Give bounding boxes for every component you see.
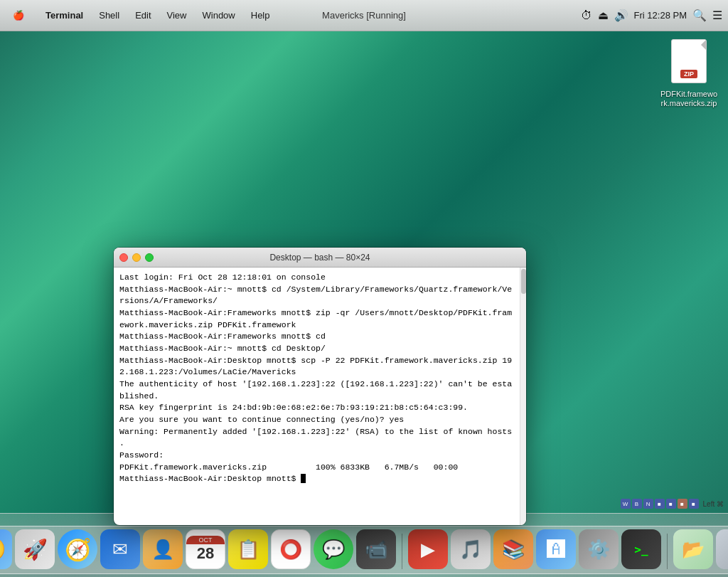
close-button[interactable] — [119, 253, 128, 262]
status-icons-group: W B N ■ ■ ■ ■ — [621, 499, 699, 509]
dock-item-itunes[interactable]: 🎵 — [451, 529, 491, 569]
ibooks-icon: 📚 — [493, 529, 533, 569]
status-icon-1: W — [621, 499, 631, 509]
terminal-title-bar: Desktop — bash — 80×24 — [114, 248, 526, 268]
calendar-icon: OCT 28 — [186, 529, 225, 569]
status-icon-5: ■ — [666, 499, 676, 509]
dock-item-contacts[interactable]: 👤 — [143, 529, 183, 569]
dock-item-reminders[interactable]: ⭕ — [271, 529, 311, 569]
dock-item-filemanager[interactable]: 📂 — [673, 529, 713, 569]
status-icon-3: N — [643, 499, 653, 509]
dock-item-trash[interactable]: 🗑 — [716, 529, 728, 569]
menu-bar-right: ⏱ ⏏ 🔊 Fri 12:28 PM 🔍 ☰ — [581, 9, 722, 22]
maximize-button[interactable] — [145, 253, 154, 262]
status-icon-6: ■ — [678, 499, 687, 509]
red-app-icon: ▶ — [408, 529, 448, 569]
appstore-icon: 🅰 — [536, 529, 576, 569]
dock-item-mail[interactable]: ✉ — [100, 529, 140, 569]
notification-icon[interactable]: ☰ — [712, 9, 722, 22]
reminders-icon: ⭕ — [271, 529, 311, 569]
dock-inner: 🙂 🚀 🧭 ✉ — [0, 526, 728, 574]
window-title: Mavericks [Running] — [322, 10, 406, 21]
traffic-lights — [119, 253, 154, 262]
menu-help[interactable]: Help — [244, 7, 277, 23]
menu-bar-left: 🍎 Terminal Shell Edit View Window Help — [6, 7, 277, 23]
dock-item-sysprefs[interactable]: ⚙️ — [579, 529, 619, 569]
sysprefs-icon: ⚙️ — [579, 529, 619, 569]
terminal-cursor — [301, 474, 306, 483]
dock-item-notes[interactable]: 📋 — [228, 529, 268, 569]
apple-menu[interactable]: 🍎 — [6, 7, 31, 23]
status-icon-7: ■ — [689, 499, 699, 509]
terminal-dock-icon: >_ — [621, 529, 661, 569]
dock-item-finder[interactable]: 🙂 — [0, 529, 12, 569]
dock-item-messages[interactable]: 💬 — [314, 529, 353, 569]
dock-item-facetime[interactable]: 📹 — [356, 529, 396, 569]
timemachine-icon[interactable]: ⏱ — [581, 9, 592, 22]
system-status-bar: W B N ■ ■ ■ ■ Left ⌘ — [621, 499, 724, 509]
terminal-window: Desktop — bash — 80×24 Last login: Fri O… — [114, 248, 526, 525]
contacts-icon: 👤 — [143, 529, 183, 569]
menu-view[interactable]: View — [160, 7, 194, 23]
terminal-scrollbar-thumb[interactable] — [521, 269, 526, 294]
dock-separator-2 — [667, 534, 668, 569]
file-icon-label: PDFKit.framework.mavericks.zip — [660, 90, 717, 108]
terminal-title-text: Desktop — bash — 80×24 — [269, 253, 370, 263]
desktop-file-icon[interactable]: ZIP PDFKit.framework.mavericks.zip — [660, 39, 717, 108]
dock-item-calendar[interactable]: OCT 28 — [186, 529, 225, 569]
dock-item-red[interactable]: ▶ — [408, 529, 448, 569]
safari-icon: 🧭 — [58, 529, 97, 569]
itunes-icon: 🎵 — [451, 529, 491, 569]
terminal-scrollbar[interactable] — [520, 268, 526, 525]
dock-item-appstore[interactable]: 🅰 — [536, 529, 576, 569]
terminal-content: Last login: Fri Oct 28 12:18:01 on conso… — [119, 272, 520, 485]
terminal-body[interactable]: Last login: Fri Oct 28 12:18:01 on conso… — [114, 268, 526, 505]
clock: Fri 12:28 PM — [634, 10, 687, 21]
status-icon-4: ■ — [655, 499, 665, 509]
notes-icon: 📋 — [228, 529, 268, 569]
app-name[interactable]: Terminal — [38, 7, 90, 23]
desktop: 🍎 Terminal Shell Edit View Window Help M… — [0, 0, 728, 577]
finder-icon: 🙂 — [0, 529, 12, 569]
filemanager-icon: 📂 — [673, 529, 713, 569]
launchpad-icon: 🚀 — [15, 529, 55, 569]
status-icon-2: B — [632, 499, 642, 509]
dock-item-terminal[interactable]: >_ — [621, 529, 661, 569]
dock-item-safari[interactable]: 🧭 — [58, 529, 97, 569]
menu-shell[interactable]: Shell — [92, 7, 127, 23]
minimize-button[interactable] — [132, 253, 141, 262]
dock-item-ibooks[interactable]: 📚 — [493, 529, 533, 569]
menu-window[interactable]: Window — [196, 7, 242, 23]
menu-edit[interactable]: Edit — [128, 7, 158, 23]
file-icon-graphic: ZIP — [669, 39, 709, 88]
menu-bar: 🍎 Terminal Shell Edit View Window Help M… — [0, 0, 728, 31]
trash-icon: 🗑 — [716, 529, 728, 569]
file-badge: ZIP — [680, 70, 697, 78]
search-icon[interactable]: 🔍 — [692, 9, 707, 22]
eject-icon[interactable]: ⏏ — [598, 9, 609, 22]
mail-icon: ✉ — [100, 529, 140, 569]
dock-item-launchpad[interactable]: 🚀 — [15, 529, 55, 569]
facetime-icon: 📹 — [356, 529, 396, 569]
volume-icon[interactable]: 🔊 — [614, 9, 628, 22]
messages-icon: 💬 — [314, 529, 353, 569]
dock-separator-1 — [402, 534, 402, 569]
left-cmd-label: Left ⌘ — [703, 500, 724, 508]
